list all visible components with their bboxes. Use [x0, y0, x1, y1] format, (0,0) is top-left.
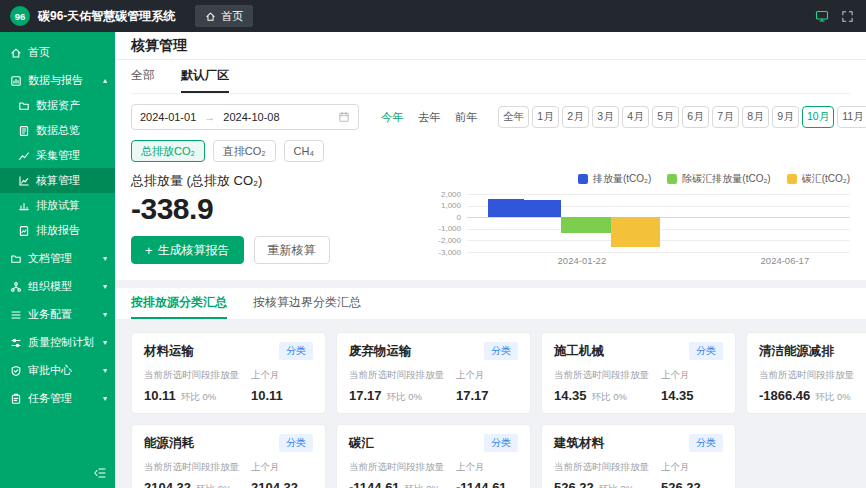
chart-x-axis: 2024-01-222024-06-17 [467, 252, 850, 266]
prev-month-label: 上个月 [456, 369, 518, 382]
sidebar-item-organization[interactable]: 组织模型 ▾ [0, 274, 115, 299]
collapse-sidebar-icon[interactable] [93, 466, 107, 480]
month-button[interactable]: 全年 [498, 106, 529, 128]
category-badge[interactable]: 分类 [484, 342, 518, 360]
category-badge[interactable]: 分类 [689, 434, 723, 452]
month-button[interactable]: 7月 [712, 106, 739, 128]
sidebar-item-approval-center[interactable]: 审批中心 ▾ [0, 358, 115, 383]
month-button[interactable]: 9月 [772, 106, 799, 128]
quick-range-year-before[interactable]: 前年 [455, 110, 478, 125]
sidebar-item-data-assets[interactable]: 数据资产 [0, 93, 115, 118]
home-icon [205, 11, 216, 22]
month-button[interactable]: 8月 [742, 106, 769, 128]
prev-value: 526.22 [661, 480, 723, 488]
page-header: 核算管理 [115, 32, 866, 60]
category-badge[interactable]: 分类 [689, 342, 723, 360]
current-value: -1866.46 [759, 388, 810, 403]
legend-item: 碳汇(tCO₂) [787, 172, 850, 186]
legend-swatch [667, 174, 677, 184]
fullscreen-icon[interactable] [841, 10, 854, 23]
page-title: 核算管理 [131, 37, 187, 55]
tab-default-plant[interactable]: 默认厂区 [181, 60, 229, 93]
org-model-icon [10, 281, 22, 293]
chart-bar [488, 199, 524, 218]
chevron-down-icon: ▾ [103, 254, 107, 263]
month-button[interactable]: 5月 [652, 106, 679, 128]
y-tick-label: -1,000 [438, 224, 461, 233]
month-button[interactable]: 11月 [837, 106, 866, 128]
data-overview-icon [18, 125, 30, 137]
app-title: 碳96-天佑智慧碳管理系统 [38, 8, 175, 25]
month-button[interactable]: 6月 [682, 106, 709, 128]
main-content: 核算管理 全部 默认厂区 2024-01-01 → 2024-10-08 今年 … [115, 32, 866, 488]
business-config-icon [10, 309, 22, 321]
sidebar-item-business-config[interactable]: 业务配置 ▾ [0, 302, 115, 327]
legend-item: 排放量(tCO₂) [578, 172, 651, 186]
sidebar-item-documents[interactable]: 文档管理 ▾ [0, 246, 115, 271]
sidebar-item-collection[interactable]: 采集管理 [0, 143, 115, 168]
chart-y-axis: 2,0001,0000-1,000-2,000-3,000 [431, 194, 467, 252]
prev-month-label: 上个月 [251, 369, 313, 382]
recalculate-button[interactable]: 重新核算 [254, 236, 330, 264]
quick-range-last-year[interactable]: 去年 [418, 110, 441, 125]
mom-change: 环比 0% [815, 391, 850, 402]
gas-tab-direct-co2[interactable]: 直排CO₂ [213, 140, 276, 162]
sidebar-item-data-overview[interactable]: 数据总览 [0, 118, 115, 143]
current-period-label: 当前所选时间段排放量 [554, 369, 661, 382]
sidebar-item-data-reports[interactable]: 数据与报告 ▴ [0, 68, 115, 93]
card-title: 清洁能源减排 [759, 343, 834, 360]
summary-card: 建筑材料 分类 当前所选时间段排放量 526.22环比 0% 上个月 526.2… [541, 424, 736, 488]
sidebar-item-emission-report[interactable]: 排放报告 [0, 218, 115, 243]
chart-bar [524, 200, 560, 217]
card-title: 施工机械 [554, 343, 604, 360]
month-button[interactable]: 4月 [622, 106, 649, 128]
month-button[interactable]: 1月 [532, 106, 559, 128]
chart-plot [467, 194, 850, 252]
tab-by-emission-source[interactable]: 按排放源分类汇总 [131, 288, 227, 319]
legend-item: 除碳汇排放量(tCO₂) [667, 172, 770, 186]
quick-range-this-year[interactable]: 今年 [381, 110, 404, 125]
month-button-selected[interactable]: 10月 [802, 106, 834, 128]
month-button[interactable]: 2月 [562, 106, 589, 128]
chevron-down-icon: ▾ [103, 310, 107, 319]
gridline [467, 194, 850, 195]
current-value: 526.22 [554, 480, 594, 488]
sidebar-item-quality-control[interactable]: 质量控制计划 ▾ [0, 330, 115, 355]
chart-bar [611, 217, 661, 247]
app-logo: 96 [10, 6, 30, 26]
month-button[interactable]: 3月 [592, 106, 619, 128]
current-value: 17.17 [349, 388, 382, 403]
card-title: 建筑材料 [554, 435, 604, 452]
mom-change: 环比 0% [181, 391, 216, 402]
category-badge[interactable]: 分类 [279, 434, 313, 452]
summary-card: 废弃物运输 分类 当前所选时间段排放量 17.17环比 0% 上个月 17.17 [336, 332, 531, 414]
y-tick-label: 1,000 [441, 201, 461, 210]
tab-all[interactable]: 全部 [131, 60, 155, 93]
sidebar-item-accounting[interactable]: 核算管理 [0, 168, 115, 193]
sidebar-item-task-management[interactable]: 任务管理 ▾ [0, 386, 115, 411]
total-emission-label: 总排放量 (总排放 CO₂) [131, 172, 431, 190]
screen-icon[interactable] [815, 9, 829, 23]
current-value: 10.11 [144, 388, 176, 403]
home-tab[interactable]: 首页 [195, 5, 253, 27]
topbar-actions [815, 9, 854, 23]
tab-by-accounting-boundary[interactable]: 按核算边界分类汇总 [253, 288, 361, 319]
category-badge[interactable]: 分类 [279, 342, 313, 360]
current-value: 2104.32 [144, 480, 191, 488]
overview-section: 全部 默认厂区 2024-01-01 → 2024-10-08 今年 去年 前年… [115, 60, 866, 280]
sidebar-item-emission-trial[interactable]: 排放试算 [0, 193, 115, 218]
current-period-label: 当前所选时间段排放量 [144, 461, 251, 474]
sidebar-item-home[interactable]: 首页 [0, 40, 115, 65]
gas-tab-total-co2[interactable]: 总排放CO₂ [131, 140, 205, 162]
x-tick-label: 2024-06-17 [761, 255, 810, 266]
y-tick-label: 0 [457, 213, 461, 222]
gas-tab-ch4[interactable]: CH₄ [284, 140, 324, 162]
chart-bar [561, 217, 611, 233]
category-badge[interactable]: 分类 [484, 434, 518, 452]
date-range-input[interactable]: 2024-01-01 → 2024-10-08 [131, 104, 359, 130]
generate-report-button[interactable]: + 生成核算报告 [131, 236, 244, 264]
legend-swatch [787, 174, 797, 184]
summary-card: 材料运输 分类 当前所选时间段排放量 10.11环比 0% 上个月 10.11 [131, 332, 326, 414]
sidebar: 首页 数据与报告 ▴ 数据资产 数据总览 采集管理 核算管理 排放试算 排放报告… [0, 32, 115, 488]
quality-plan-icon [10, 337, 22, 349]
